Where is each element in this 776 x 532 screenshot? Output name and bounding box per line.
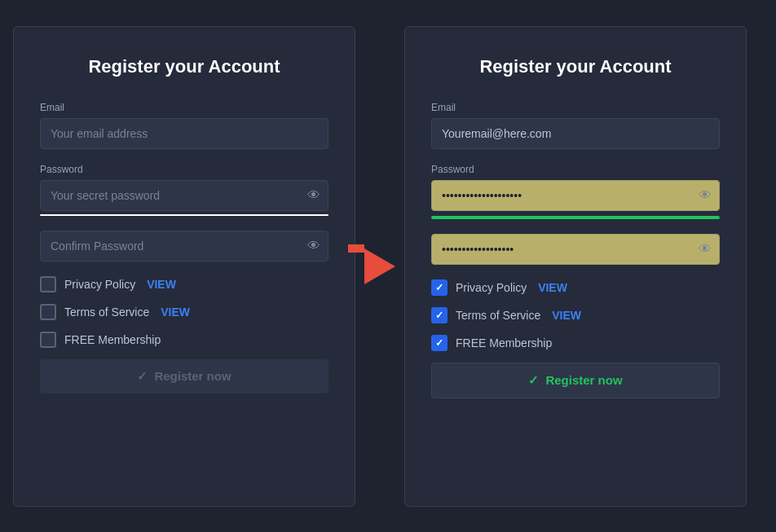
left-password-label: Password xyxy=(40,164,328,175)
left-email-label: Email xyxy=(40,102,328,113)
left-card-title: Register your Account xyxy=(40,56,328,77)
left-terms-row: Terms of Service VIEW xyxy=(40,304,328,320)
left-membership-row: FREE Membership xyxy=(40,332,328,348)
right-privacy-row: Privacy Policy VIEW xyxy=(431,279,720,296)
left-password-input[interactable] xyxy=(40,180,328,211)
right-terms-checkbox[interactable] xyxy=(431,307,448,323)
left-password-group: Password 👁 xyxy=(40,164,328,216)
left-membership-label: FREE Membership xyxy=(64,333,161,346)
right-password-input[interactable] xyxy=(431,180,720,211)
left-privacy-row: Privacy Policy VIEW xyxy=(40,276,328,292)
right-terms-row: Terms of Service VIEW xyxy=(431,307,720,323)
main-container: Register your Account Email Password 👁 👁 xyxy=(13,26,763,507)
left-privacy-view-link[interactable]: VIEW xyxy=(147,278,176,291)
left-membership-checkbox[interactable] xyxy=(40,332,56,348)
right-password-eye-icon[interactable]: 👁 xyxy=(699,188,712,203)
right-membership-label: FREE Membership xyxy=(456,336,552,350)
left-privacy-label: Privacy Policy xyxy=(64,278,135,291)
left-password-divider xyxy=(40,214,328,216)
right-email-group: Email xyxy=(431,102,720,149)
left-email-group: Email xyxy=(40,102,328,149)
right-terms-view-link[interactable]: VIEW xyxy=(552,309,581,322)
right-membership-row: FREE Membership xyxy=(431,335,720,351)
right-register-button[interactable]: ✓ Register now xyxy=(431,363,720,398)
left-terms-view-link[interactable]: VIEW xyxy=(161,306,190,319)
left-register-button[interactable]: ✓ Register now xyxy=(40,359,328,394)
left-email-input[interactable] xyxy=(40,118,328,149)
right-privacy-checkbox[interactable] xyxy=(431,279,448,296)
right-confirm-eye-icon[interactable]: 👁 xyxy=(699,242,712,257)
right-password-label: Password xyxy=(431,164,720,175)
right-confirm-input[interactable] xyxy=(431,234,720,265)
right-password-strength-bar xyxy=(431,216,720,219)
right-card-title: Register your Account xyxy=(431,56,720,77)
left-confirm-eye-icon[interactable]: 👁 xyxy=(307,239,320,253)
right-register-label: Register now xyxy=(545,373,622,387)
right-password-group: Password 👁 xyxy=(431,164,720,219)
left-confirm-input[interactable] xyxy=(40,231,328,262)
left-register-check-icon: ✓ xyxy=(137,369,148,384)
right-terms-label: Terms of Service xyxy=(456,309,540,322)
right-email-label: Email xyxy=(431,102,720,113)
arrow-shaft xyxy=(348,244,364,253)
right-register-check-icon: ✓ xyxy=(528,373,539,388)
left-email-wrapper xyxy=(40,118,328,149)
right-confirm-group: 👁 xyxy=(431,234,720,265)
left-password-wrapper: 👁 xyxy=(40,180,328,211)
right-email-input[interactable] xyxy=(431,118,720,149)
left-password-eye-icon[interactable]: 👁 xyxy=(307,188,320,203)
right-card: Register your Account Email Password 👁 👁 xyxy=(404,26,747,507)
arrow-right-icon xyxy=(364,248,395,284)
arrow-container xyxy=(355,248,404,284)
left-confirm-wrapper: 👁 xyxy=(40,231,328,262)
left-privacy-checkbox[interactable] xyxy=(40,276,56,292)
left-terms-label: Terms of Service xyxy=(64,306,149,319)
left-terms-checkbox[interactable] xyxy=(40,304,56,320)
right-email-wrapper xyxy=(431,118,720,149)
left-confirm-group: 👁 xyxy=(40,231,328,262)
right-privacy-view-link[interactable]: VIEW xyxy=(538,281,567,294)
right-password-wrapper: 👁 xyxy=(431,180,720,211)
right-membership-checkbox[interactable] xyxy=(431,335,448,351)
right-privacy-label: Privacy Policy xyxy=(456,281,527,294)
left-card: Register your Account Email Password 👁 👁 xyxy=(13,26,355,507)
right-confirm-wrapper: 👁 xyxy=(431,234,720,265)
left-register-label: Register now xyxy=(154,369,231,383)
